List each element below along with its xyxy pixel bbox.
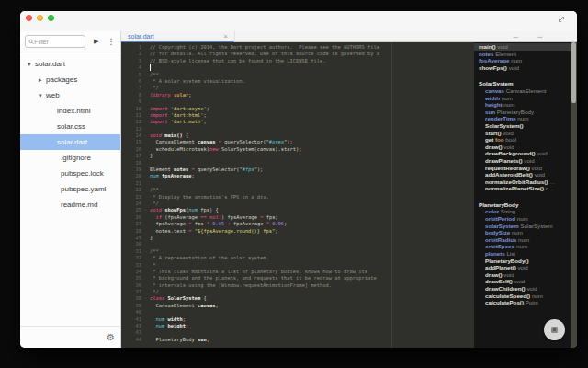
code-line[interactable]: 43 <box>121 329 474 336</box>
code-line[interactable]: 4 <box>121 64 474 71</box>
fold-marker[interactable]: - <box>141 187 150 193</box>
code-editor[interactable]: 1// Copyright (c) 2014, the Dart project… <box>121 42 474 348</box>
code-line[interactable]: 34 * This class maintains a list of plan… <box>121 269 474 275</box>
code-line[interactable]: 15 CanvasElement canvas = querySelector(… <box>121 139 474 145</box>
outline-item[interactable]: start() void <box>474 130 571 137</box>
outline-item[interactable]: normalizePlanetSize() n… <box>474 185 571 192</box>
outline-item[interactable]: drawPlanets() void <box>474 157 571 165</box>
tree-item-pubspec-lock[interactable]: pubspec.lock <box>20 166 120 181</box>
outline-item[interactable]: addPlanet() void <box>474 264 571 271</box>
code-line[interactable]: 8library solar; <box>121 92 474 98</box>
outline-item[interactable]: width num <box>474 95 571 102</box>
fold-marker[interactable]: - <box>141 72 150 78</box>
filter-box[interactable] <box>25 35 85 48</box>
outline-item[interactable]: color String <box>474 208 571 215</box>
outline-item[interactable]: PlanetaryBody() <box>474 258 571 265</box>
fold-marker[interactable]: - <box>141 132 150 139</box>
outline-item[interactable]: bodySize num <box>474 229 571 236</box>
code-line[interactable]: 22-/** <box>121 187 474 193</box>
code-line[interactable]: 24 */ <box>121 201 474 207</box>
tree-item-packages[interactable]: ▸packages <box>20 72 120 87</box>
code-line[interactable]: 23 * Display the animation's FPS in a di… <box>121 194 474 201</box>
code-line[interactable]: 5-/** <box>121 72 474 78</box>
tree-item-solar-dart[interactable]: solar.dart <box>20 134 120 150</box>
outline-item[interactable]: orbitRadius num <box>474 236 571 244</box>
back-arrow-icon[interactable]: ← <box>512 32 520 40</box>
code-line[interactable]: 36 * intervals using the [Window.request… <box>121 282 474 289</box>
outline-item[interactable]: fpsAverage num <box>474 57 571 64</box>
scrollbar-thumb[interactable] <box>571 42 576 103</box>
outline-item[interactable]: normalizeOrbitRadius() … <box>474 178 571 186</box>
title-bar[interactable] <box>20 11 577 31</box>
outline-item[interactable]: orbitSpeed num <box>474 243 571 250</box>
code-line[interactable]: 44 PlanetaryBody sun; <box>121 337 474 343</box>
code-line[interactable]: 25-void showFps(num fps) { <box>121 207 474 213</box>
outline-item[interactable]: calculatePos() Point <box>474 299 571 306</box>
outline-item[interactable]: height num <box>474 101 571 109</box>
run-button[interactable]: ▶ <box>94 38 98 45</box>
gear-icon[interactable]: ⚙ <box>107 333 115 342</box>
outline-item[interactable]: canvas CanvasElement <box>474 87 571 95</box>
code-line[interactable]: 31-/** <box>121 248 474 255</box>
outline-item[interactable]: drawBackground() void <box>474 150 571 157</box>
forward-arrow-icon[interactable]: → <box>536 32 544 40</box>
filter-input[interactable] <box>34 39 82 45</box>
code-line[interactable]: 32 * A representation of the solar syste… <box>121 255 474 261</box>
outline-item[interactable]: SolarSystem <box>474 80 571 87</box>
code-line[interactable]: 28 notes.text = "${fpsAverage.round()} f… <box>121 228 474 235</box>
code-line[interactable]: 42 num height; <box>121 323 474 329</box>
code-line[interactable]: 6 * A solar system visualization. <box>121 78 474 85</box>
code-line[interactable]: 18 <box>121 160 474 167</box>
outline-item[interactable]: draw() void <box>474 271 571 279</box>
minimize-window-button[interactable] <box>37 15 43 21</box>
code-line[interactable]: 40 <box>121 309 474 316</box>
resize-icon[interactable] <box>557 15 566 24</box>
tree-item-readme-md[interactable]: readme.md <box>20 197 120 213</box>
fold-marker[interactable]: - <box>141 207 150 213</box>
code-line[interactable]: 11import 'dart:html'; <box>121 112 474 119</box>
outline-item[interactable]: main() void <box>474 43 571 51</box>
code-line[interactable]: 33 * <box>121 262 474 269</box>
outline-item[interactable]: orbitPeriod num <box>474 215 571 223</box>
code-line[interactable]: 35 * background and the planets, and req… <box>121 275 474 282</box>
tree-item-web[interactable]: ▾web <box>20 87 120 103</box>
code-line[interactable]: 19Element notes = querySelector("#fps"); <box>121 167 474 173</box>
code-line[interactable]: 26 if (fpsAverage == null) fpsAverage = … <box>121 214 474 221</box>
code-line[interactable]: 12import 'dart:math'; <box>121 119 474 125</box>
chevron-down-icon[interactable]: ▾ <box>28 56 35 72</box>
scrollbar-track[interactable] <box>571 42 577 348</box>
tab-solar-dart[interactable]: solar.dart × <box>121 31 235 42</box>
tree-item-index-html[interactable]: index.html <box>20 103 120 119</box>
close-tab-icon[interactable]: × <box>223 33 228 40</box>
outline-item[interactable]: SolarSystem() <box>474 122 571 130</box>
outline-item[interactable]: requestRedraw() void <box>474 165 571 172</box>
code-line[interactable]: 37 */ <box>121 289 474 295</box>
chevron-down-icon[interactable]: ▾ <box>39 87 46 103</box>
code-line[interactable]: 39 CanvasElement canvas; <box>121 303 474 309</box>
outline-item[interactable]: planets List <box>474 250 571 258</box>
code-line[interactable]: 27 fpsAverage = fps * 0.05 + fpsAverage … <box>121 221 474 227</box>
close-window-button[interactable] <box>26 15 32 21</box>
code-line[interactable]: 30 <box>121 241 474 247</box>
code-line[interactable]: 7 */ <box>121 85 474 91</box>
code-line[interactable]: 17} <box>121 153 474 159</box>
fold-marker[interactable]: - <box>141 248 150 255</box>
code-line[interactable]: 38-class SolarSystem { <box>121 295 474 302</box>
code-line[interactable]: 14-void main() { <box>121 132 474 139</box>
outline-item[interactable]: addAsteroidBelt() void <box>474 171 571 178</box>
outline-item[interactable]: renderTime num <box>474 115 571 122</box>
outline-item[interactable]: PlanetaryBody <box>474 201 571 209</box>
code-line[interactable]: 1// Copyright (c) 2014, the Dart project… <box>121 44 474 51</box>
code-line[interactable]: 9 <box>121 98 474 105</box>
fab-button[interactable] <box>544 319 565 340</box>
code-line[interactable]: 29} <box>121 235 474 241</box>
tree-item-solar-css[interactable]: solar.css <box>20 119 120 134</box>
code-line[interactable]: 2// for details. All rights reserved. Us… <box>121 51 474 57</box>
code-line[interactable]: 10import 'dart:async'; <box>121 106 474 112</box>
code-line[interactable]: 20num fpsAverage; <box>121 173 474 179</box>
outline-item[interactable]: get foo bool <box>474 136 571 144</box>
code-line[interactable]: 21 <box>121 180 474 187</box>
outline-item[interactable]: drawSelf() void <box>474 278 571 285</box>
code-line[interactable]: 3// BSD-style license that can be found … <box>121 58 474 64</box>
outline-item[interactable]: drawChildren() void <box>474 285 571 293</box>
